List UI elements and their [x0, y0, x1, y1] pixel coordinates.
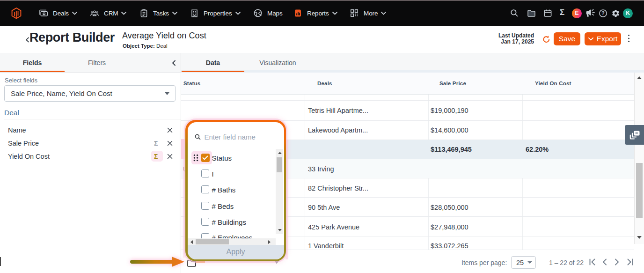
svg-text:?: ? [601, 10, 604, 16]
